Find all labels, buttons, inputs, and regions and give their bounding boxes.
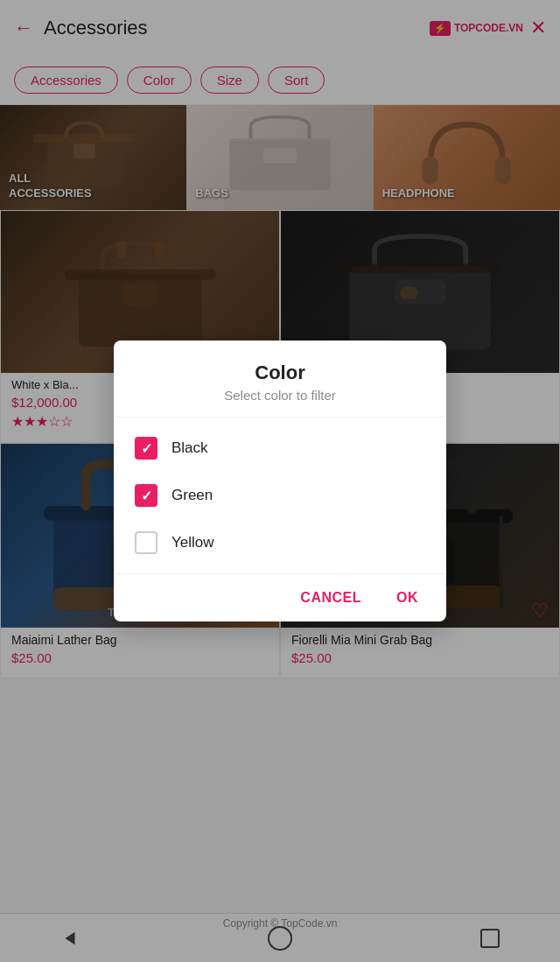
color-label-green: Green [172,487,213,504]
dialog-top-divider [114,417,446,418]
checkbox-green[interactable] [135,484,158,507]
dialog-title: Color [114,341,446,388]
dialog-cancel-button[interactable]: CANCEL [286,581,375,614]
dialog-subtitle: Select color to filter [114,388,446,417]
color-option-black[interactable]: Black [114,425,446,472]
checkbox-black[interactable] [135,437,158,460]
dialog-actions: CANCEL OK [114,574,446,621]
modal-overlay[interactable]: Color Select color to filter Black Green… [0,0,560,962]
dialog-ok-button[interactable]: OK [382,581,432,614]
color-filter-dialog: Color Select color to filter Black Green… [114,341,446,621]
color-option-yellow[interactable]: Yellow [114,519,446,566]
color-label-yellow: Yellow [172,534,214,551]
color-option-green[interactable]: Green [114,472,446,519]
checkbox-yellow[interactable] [135,531,158,554]
color-label-black: Black [172,439,208,457]
